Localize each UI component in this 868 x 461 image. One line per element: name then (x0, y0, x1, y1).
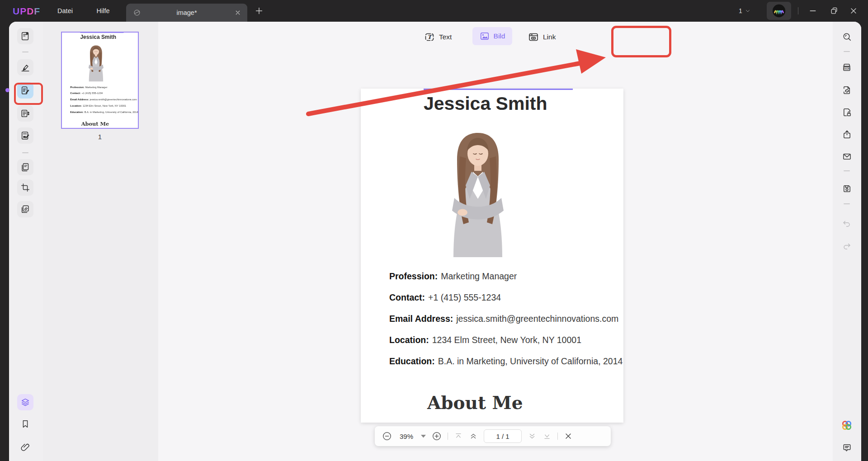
page-indicator-field[interactable]: 1 / 1 (484, 429, 522, 443)
pdf-page[interactable]: Jessica Smith Profession:Marketing Manag… (361, 89, 623, 423)
right-tool-sidebar: OCR (833, 22, 861, 461)
sidebar-divider (844, 51, 850, 52)
fill-sign-icon[interactable] (17, 127, 33, 144)
text-block-selection-line (80, 33, 123, 33)
svg-text:OCR: OCR (844, 67, 849, 70)
field-location: Location:1234 Elm Street, New York, NY 1… (70, 104, 138, 107)
zoom-in-button[interactable] (432, 431, 442, 441)
tab-title: image* (126, 9, 247, 16)
page-thumbnails-icon[interactable] (17, 394, 33, 410)
document-canvas: T Text Bild Link (158, 22, 833, 461)
menu-help[interactable]: Hilfe (91, 0, 115, 22)
titlebar: UPDF Datei Hilfe image* 1 (0, 0, 868, 22)
zoom-out-button[interactable] (382, 431, 392, 441)
share-icon[interactable] (839, 127, 854, 142)
thumbnail-panel: Jessica Smith Profession:Marketing Manag… (43, 22, 158, 461)
view-status-bar: 39% 1 / 1 (375, 426, 611, 446)
annotation-red-box-edit-tool (14, 83, 43, 105)
last-page-button[interactable] (542, 432, 552, 441)
portrait-photo[interactable] (440, 130, 515, 257)
new-tab-button[interactable] (254, 6, 264, 16)
document-title[interactable]: Jessica Smith (424, 93, 547, 114)
redo-icon[interactable] (839, 239, 854, 254)
menu-file[interactable]: Datei (52, 0, 78, 22)
field-profession: Profession:Marketing Manager (70, 86, 138, 89)
field-email: Email Address:jessica.smith@greentechinn… (389, 314, 623, 323)
app-content: Jessica Smith Profession:Marketing Manag… (9, 22, 861, 461)
updf-logo: UPDF (13, 6, 40, 17)
search-icon[interactable] (839, 29, 854, 44)
extract-pages-icon[interactable] (17, 159, 33, 175)
statusbar-separator (448, 433, 448, 440)
tab-close-icon[interactable] (234, 9, 242, 17)
zoom-dropdown-caret-icon[interactable] (421, 434, 426, 438)
next-page-button[interactable] (528, 432, 537, 441)
window-minimize-button[interactable] (805, 5, 821, 17)
sidebar-divider (22, 152, 28, 153)
field-profession: Profession:Marketing Manager (389, 271, 623, 281)
avatar-wave-icon (771, 3, 787, 19)
watermark-icon[interactable] (17, 201, 33, 217)
text-icon: T (424, 32, 435, 42)
send-email-icon[interactable] (839, 149, 854, 164)
field-education: Education:B.A. in Marketing, University … (389, 356, 623, 366)
page-thumbnail[interactable]: Jessica Smith Profession:Marketing Manag… (61, 32, 139, 129)
annotation-red-box-image-tool (611, 26, 671, 57)
about-me-heading[interactable]: About Me (81, 121, 109, 127)
page-thumbnail-preview[interactable]: Jessica Smith Profession:Marketing Manag… (62, 33, 138, 129)
field-education: Education:B.A. in Marketing, University … (70, 110, 138, 113)
image-tool-button[interactable]: Bild (472, 27, 512, 45)
reader-mode-icon[interactable] (17, 28, 33, 44)
link-tool-label: Link (543, 33, 556, 41)
sidebar-divider (844, 170, 850, 171)
sidebar-divider (22, 52, 28, 52)
contact-details[interactable]: Profession:Marketing Manager Contact:+1 … (389, 271, 623, 377)
svg-text:T: T (428, 34, 433, 40)
ocr-icon[interactable]: OCR (839, 60, 854, 75)
field-email: Email Address:jessica.smith@greentechinn… (70, 98, 138, 101)
window-restore-button[interactable] (826, 5, 842, 17)
field-contact: Contact:+1 (415) 555-1234 (389, 292, 623, 302)
comments-icon[interactable] (839, 440, 854, 455)
zoom-level: 39% (398, 433, 415, 440)
statusbar-separator (557, 433, 558, 440)
link-tool-button[interactable]: Link (528, 28, 556, 46)
text-tool-button[interactable]: T Text (424, 28, 452, 46)
account-avatar[interactable] (767, 2, 791, 20)
annotate-tool-icon[interactable] (17, 59, 33, 75)
annotation-purple-dot (5, 88, 9, 92)
about-me-heading[interactable]: About Me (427, 392, 523, 413)
updf-ai-icon[interactable] (839, 418, 854, 433)
window-close-button[interactable] (846, 5, 861, 17)
field-location: Location:1234 Elm Street, New York, NY 1… (389, 335, 623, 344)
close-statusbar-button[interactable] (564, 432, 573, 441)
previous-page-button[interactable] (469, 432, 478, 441)
bookmarks-icon[interactable] (17, 416, 33, 432)
document-tab[interactable]: image* (126, 4, 247, 22)
page-thumbnail-content: Jessica Smith Profession:Marketing Manag… (62, 33, 138, 129)
document-title[interactable]: Jessica Smith (80, 34, 116, 40)
save-icon[interactable] (839, 181, 854, 196)
first-page-button[interactable] (454, 432, 463, 441)
text-tool-label: Text (439, 33, 452, 41)
instance-count-value: 1 (739, 7, 742, 14)
attachments-icon[interactable] (17, 439, 33, 456)
image-tool-label: Bild (494, 32, 505, 40)
contact-details[interactable]: Profession:Marketing Manager Contact:+1 … (70, 86, 138, 117)
instance-count-dropdown[interactable]: 1 (739, 0, 750, 22)
field-contact: Contact:+1 (415) 555-1234 (70, 92, 138, 94)
convert-icon[interactable] (839, 82, 854, 98)
link-icon (528, 32, 539, 42)
portrait-photo[interactable] (85, 45, 107, 82)
titlebar-separator (798, 7, 798, 14)
text-block-selection-line (424, 89, 573, 90)
crop-icon[interactable] (17, 179, 33, 196)
organize-pages-icon[interactable] (17, 105, 33, 122)
image-icon (480, 31, 490, 41)
thumbnail-page-number: 1 (61, 133, 139, 141)
sidebar-divider (844, 203, 850, 204)
protect-icon[interactable] (839, 104, 854, 120)
undo-icon[interactable] (839, 216, 854, 231)
